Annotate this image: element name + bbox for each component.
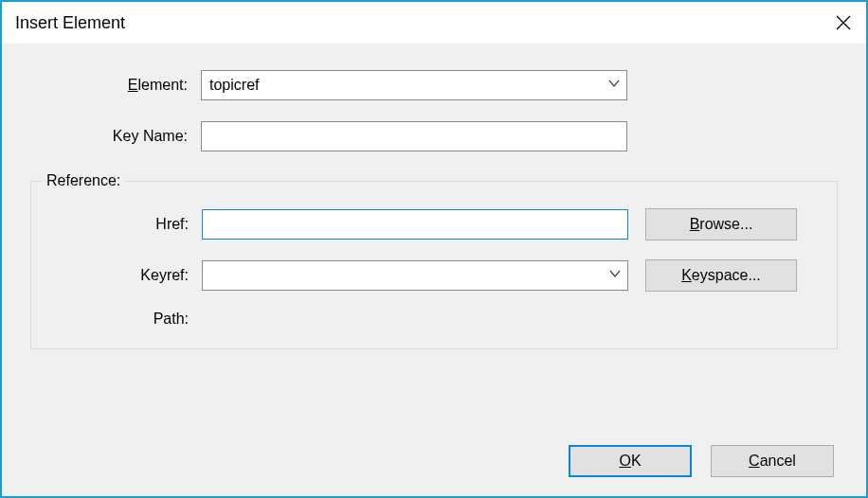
close-button[interactable]: [821, 2, 866, 44]
chevron-down-icon: [607, 77, 621, 94]
path-label: Path:: [31, 311, 202, 328]
element-label: Element:: [30, 77, 201, 94]
keyname-row: Key Name:: [30, 121, 838, 151]
href-row: Href: Browse...: [31, 208, 820, 240]
path-row: Path:: [31, 311, 820, 328]
close-icon: [836, 15, 851, 30]
ok-button[interactable]: OK: [569, 445, 692, 477]
window-title: Insert Element: [15, 13, 125, 33]
element-combobox[interactable]: topicref: [201, 70, 627, 100]
dialog-footer: OK Cancel: [30, 445, 838, 477]
browse-button[interactable]: Browse...: [645, 208, 797, 240]
keyspace-button[interactable]: Keyspace...: [645, 259, 797, 292]
dialog-window: Insert Element Element: topicref Key Nam…: [0, 0, 868, 498]
dialog-content: Element: topicref Key Name: Reference: H…: [2, 44, 866, 496]
keyref-combobox[interactable]: [202, 260, 628, 291]
keyref-row: Keyref: Keyspace...: [31, 259, 820, 292]
keyname-label: Key Name:: [30, 128, 201, 145]
titlebar: Insert Element: [2, 2, 866, 44]
href-label: Href:: [31, 216, 202, 233]
chevron-down-icon: [608, 267, 622, 284]
element-row: Element: topicref: [30, 70, 838, 100]
keyref-label: Keyref:: [31, 267, 202, 284]
cancel-button[interactable]: Cancel: [711, 445, 834, 477]
reference-group: Reference: Href: Browse... Keyref:: [30, 172, 838, 349]
href-input[interactable]: [202, 209, 628, 240]
element-value: topicref: [209, 77, 607, 94]
reference-legend: Reference:: [41, 172, 126, 189]
keyname-input[interactable]: [201, 121, 627, 151]
